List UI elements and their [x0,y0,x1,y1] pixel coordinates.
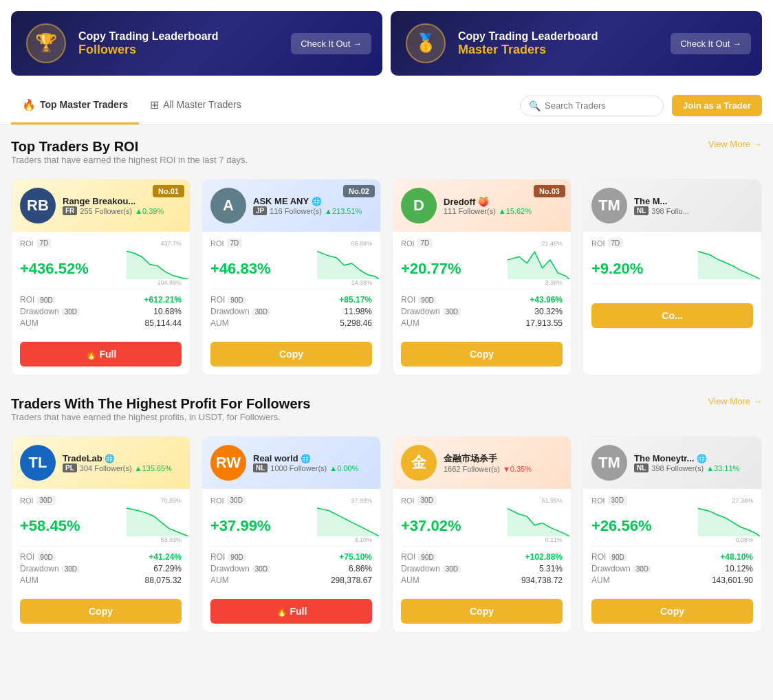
roi-value: +46.83% [210,260,270,278]
full-button[interactable]: 🔥 Full [210,599,372,624]
mini-chart [508,507,563,535]
card-body: ROI 30D 27.38% +26.56% 0.08% ROI 90D +48… [583,489,761,592]
trader-card: 金 金融市场杀手 1662 Follower(s) ▼0.35% ROI 30D… [392,436,571,633]
grid-icon: ⊞ [150,98,159,111]
rank-badge: No.01 [153,185,184,197]
stat-row-roi90d: ROI 90D +85.17% [210,295,372,305]
copy-button[interactable]: Copy [401,342,563,367]
stat-row-aum: AUM 5,298.46 [210,318,372,328]
roi-value: +26.56% [591,517,651,535]
stat-row-roi90d: ROI 90D +612.21% [20,295,182,305]
tab-all-master-traders[interactable]: ⊞ All Master Traders [139,87,252,124]
trader-followers: NL 398 Follo... [634,206,753,215]
banner-followers-text: Copy Trading Leaderboard Followers [78,30,283,57]
banner-masters-btn[interactable]: Check It Out → [671,33,751,54]
search-input[interactable] [545,100,655,111]
card-body: ROI 30D 51.95% +37.02% 0.11% ROI 90D +10… [393,489,571,592]
trader-info: TradeLab 🌐 PL 304 Follower(s) ▲135.65% [63,453,182,472]
card-footer: Copy [393,592,571,632]
tab-top-label: Top Master Traders [40,99,128,110]
trader-card: TM The Moneytr... 🌐 NL 398 Follower(s) ▲… [583,436,762,633]
country-flag: NL [634,463,649,472]
trader-name: The Moneytr... 🌐 [634,453,753,463]
roi-tag: 7D [227,239,243,248]
card-header: 金 金融市场杀手 1662 Follower(s) ▼0.35% [393,437,571,489]
nav-right: 🔍 Join as a Trader [520,95,762,116]
copy-button[interactable]: Copy [210,342,372,367]
trader-info: Range Breakou... FR 255 Follower(s) ▲0.3… [63,196,182,215]
tab-all-label: All Master Traders [163,99,241,110]
tab-top-master-traders[interactable]: 🔥 Top Master Traders [11,87,139,124]
roi-chart-area: +46.83% [210,250,372,278]
top-roi-view-more[interactable]: View More → [708,139,762,149]
card-body: ROI 7D 66.88% +46.83% 14.38% ROI 90D +85… [202,232,380,335]
avatar: 金 [401,445,437,481]
top-roi-section: Top Traders By ROI Traders that have ear… [11,139,762,375]
mini-chart [317,250,372,278]
main-content: Top Traders By ROI Traders that have ear… [0,125,773,646]
card-body: ROI 30D 37.99% +37.99% 3.10% ROI 90D +75… [202,489,380,592]
card-header: RW Real world 🌐 NL 1000 Follower(s) ▲0.0… [202,437,380,489]
roi-chart-area: +26.56% [591,507,753,535]
full-button[interactable]: 🔥 Full [20,342,182,367]
search-box[interactable]: 🔍 [520,96,664,116]
trader-info: Real world 🌐 NL 1000 Follower(s) ▲0.00% [253,453,372,472]
card-header: No.02 A ASK ME ANY 🌐 JP 116 Follower(s) … [202,179,380,232]
country-flag: NL [634,206,649,215]
copy-button[interactable]: Copy [591,599,753,624]
avatar: RB [20,188,56,223]
copy-button[interactable]: Co... [591,303,753,328]
banner-followers: 🏆 Copy Trading Leaderboard Followers Che… [11,11,382,76]
top-profit-view-more[interactable]: View More → [708,396,762,406]
stat-row-aum: AUM 88,075.32 [20,576,182,585]
top-roi-cards: No.01 RB Range Breakou... FR 255 Followe… [11,179,762,375]
trader-followers: 111 Follower(s) ▲15.62% [444,207,563,215]
stat-row-drawdown: Drawdown 30D 11.98% [210,307,372,316]
banner-followers-subtitle: Followers [78,43,283,57]
card-footer: Copy [393,335,571,375]
card-body: ROI 30D 70.89% +58.45% 53.93% ROI 90D +4… [12,489,190,592]
copy-button[interactable]: Copy [20,599,182,624]
stat-row-roi90d: ROI 90D +102.88% [401,552,563,562]
avatar: TL [20,445,56,481]
join-trader-button[interactable]: Join as a Trader [672,95,762,116]
roi-chart-area: +37.02% [401,507,563,535]
trader-info: The Moneytr... 🌐 NL 398 Follower(s) ▲33.… [634,453,753,472]
stat-row-roi90d: ROI 90D +48.10% [591,552,753,562]
banner-masters: 🥇 Copy Trading Leaderboard Master Trader… [391,11,762,76]
card-footer: Copy [12,592,190,632]
trader-name: Dredoff 🍑 [444,197,563,207]
banner-followers-btn[interactable]: Check It Out → [291,33,371,54]
banner-masters-title: Copy Trading Leaderboard [458,30,662,43]
card-stats: ROI 90D +612.21% Drawdown 30D 10.68% AUM… [20,289,182,328]
card-footer: 🔥 Full [202,592,380,632]
trader-name: The M... [634,196,753,206]
card-body: ROI 7D +9.20% [583,232,761,296]
trader-info: Dredoff 🍑 111 Follower(s) ▲15.62% [444,197,563,215]
roi-label: ROI 30D 27.38% [591,496,753,505]
verified-icon: 🌐 [301,454,311,463]
roi-label: ROI 7D 21.46% [401,239,563,248]
top-roi-title: Top Traders By ROI [11,139,248,155]
stat-row-aum: AUM 85,114.44 [20,318,182,328]
stat-row-drawdown: Drawdown 30D 6.86% [210,564,372,573]
banner-followers-icon: 🏆 [22,19,70,67]
roi-tag: 7D [608,239,624,248]
stat-row-drawdown: Drawdown 30D 10.12% [591,564,753,573]
verified-icon: 🌐 [105,454,115,463]
top-profit-subtitle: Traders that have earned the highest pro… [11,412,310,422]
avatar: D [401,188,437,223]
mini-chart [698,250,753,278]
trader-info: 金融市场杀手 1662 Follower(s) ▼0.35% [444,452,563,473]
copy-button[interactable]: Copy [401,599,563,624]
banner-masters-icon: 🥇 [402,19,450,67]
card-stats [591,283,753,289]
card-body: ROI 7D 21.46% +20.77% 3.38% ROI 90D +43.… [393,232,571,335]
roi-value: +58.45% [20,517,80,535]
top-profit-section: Traders With The Highest Profit For Foll… [11,396,762,633]
roi-label: ROI 30D 51.95% [401,496,563,505]
trader-card: No.03 D Dredoff 🍑 111 Follower(s) ▲15.62… [392,179,571,375]
banners-container: 🏆 Copy Trading Leaderboard Followers Che… [0,0,773,87]
roi-label: ROI 7D 437.7% [20,239,182,248]
search-icon: 🔍 [529,100,541,111]
